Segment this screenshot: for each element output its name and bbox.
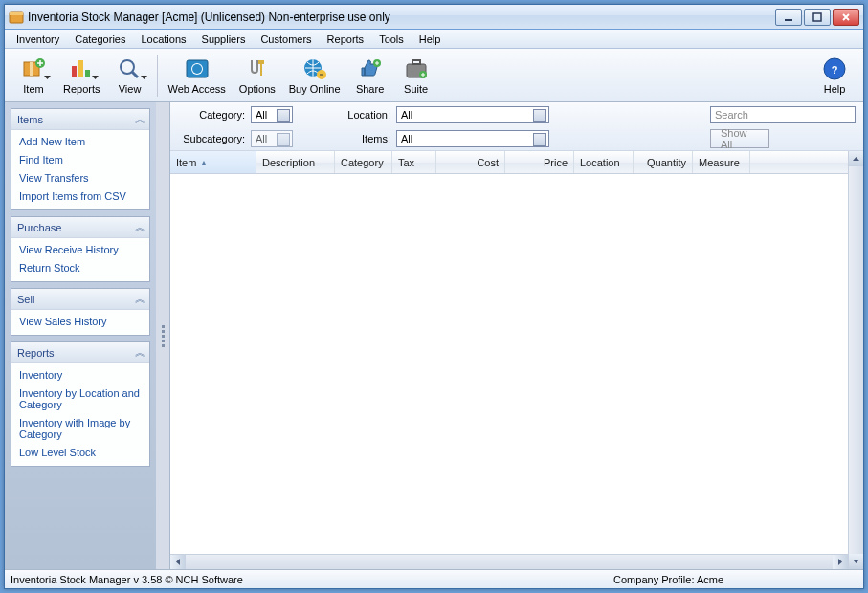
- workspace: Items ︽ Add New Item Find Item View Tran…: [5, 102, 863, 569]
- sidebar-link-report-inventory[interactable]: Inventory: [19, 369, 142, 381]
- app-icon: [9, 10, 24, 25]
- statusbar: Inventoria Stock Manager v 3.58 © NCH So…: [5, 569, 863, 588]
- toolbar-web-access-button[interactable]: Web Access: [162, 52, 233, 99]
- menu-categories[interactable]: Categories: [67, 32, 133, 47]
- toolbar-buy-online-button[interactable]: Buy Online: [282, 52, 347, 99]
- sidebar-panel-purchase: Purchase ︽ View Receive History Return S…: [11, 216, 150, 282]
- sidebar-link-find-item[interactable]: Find Item: [19, 154, 142, 165]
- sidebar-header-purchase[interactable]: Purchase ︽: [11, 217, 149, 238]
- vertical-scrollbar[interactable]: [848, 151, 863, 569]
- column-item[interactable]: Item▲: [170, 151, 256, 173]
- column-location[interactable]: Location: [574, 151, 634, 173]
- data-grid: Item▲ Description Category Tax Cost Pric…: [170, 151, 863, 569]
- scroll-down-button[interactable]: [849, 554, 863, 569]
- tools-icon: [244, 56, 271, 81]
- sidebar: Items ︽ Add New Item Find Item View Tran…: [5, 102, 156, 569]
- svg-text:?: ?: [832, 64, 838, 76]
- items-combo[interactable]: All: [396, 130, 549, 147]
- sidebar-link-sales-history[interactable]: View Sales History: [19, 316, 142, 327]
- close-button[interactable]: [833, 9, 859, 26]
- sidebar-header-sell[interactable]: Sell ︽: [11, 289, 149, 310]
- sidebar-link-receive-history[interactable]: View Receive History: [19, 244, 142, 255]
- sidebar-header-items[interactable]: Items ︽: [11, 109, 149, 130]
- sidebar-link-report-with-image[interactable]: Inventory with Image by Category: [19, 417, 142, 440]
- web-icon: [184, 56, 211, 81]
- svg-rect-8: [78, 60, 83, 77]
- help-icon: ?: [821, 56, 848, 81]
- menu-suppliers[interactable]: Suppliers: [194, 32, 254, 47]
- menu-inventory[interactable]: Inventory: [9, 32, 67, 47]
- menu-reports[interactable]: Reports: [320, 32, 372, 47]
- show-all-button[interactable]: Show All: [710, 129, 769, 148]
- location-combo[interactable]: All: [396, 106, 549, 123]
- category-combo[interactable]: All: [251, 106, 293, 123]
- menu-locations[interactable]: Locations: [133, 32, 193, 47]
- search-input[interactable]: Search: [710, 106, 856, 123]
- column-tax[interactable]: Tax: [392, 151, 436, 173]
- column-price[interactable]: Price: [505, 151, 574, 173]
- menu-customers[interactable]: Customers: [253, 32, 319, 47]
- status-profile: Company Profile: Acme: [613, 574, 723, 585]
- minimize-button[interactable]: [775, 9, 802, 26]
- column-spacer: [750, 151, 863, 173]
- scroll-left-button[interactable]: [170, 555, 186, 569]
- magnifier-icon: [117, 56, 144, 81]
- column-cost[interactable]: Cost: [436, 151, 505, 173]
- column-measure[interactable]: Measure: [693, 151, 750, 173]
- sidebar-header-reports[interactable]: Reports ︽: [11, 342, 149, 363]
- window-controls: [775, 9, 859, 26]
- sidebar-link-return-stock[interactable]: Return Stock: [19, 262, 142, 274]
- column-category[interactable]: Category: [335, 151, 392, 173]
- toolbar-help-button[interactable]: ? Help: [812, 52, 857, 99]
- menu-tools[interactable]: Tools: [371, 32, 412, 47]
- main-area: Category: All Location: All Search Subca…: [169, 102, 863, 569]
- svg-rect-20: [412, 60, 420, 64]
- svg-rect-5: [30, 62, 33, 76]
- chevron-up-icon: ︽: [135, 220, 144, 234]
- sidebar-link-report-low-stock[interactable]: Low Level Stock: [19, 447, 142, 458]
- toolbar-view-button[interactable]: View: [107, 52, 153, 99]
- toolbar-share-button[interactable]: Share: [347, 52, 393, 99]
- toolbar-suite-button[interactable]: Suite: [393, 52, 439, 99]
- scroll-right-button[interactable]: [833, 555, 848, 569]
- sort-asc-icon: ▲: [200, 159, 207, 165]
- toolbar-item-button[interactable]: Item: [11, 52, 56, 99]
- grid-body[interactable]: [170, 174, 863, 569]
- sidebar-panel-items: Items ︽ Add New Item Find Item View Tran…: [11, 108, 150, 210]
- maximize-button[interactable]: [804, 9, 831, 26]
- column-quantity[interactable]: Quantity: [634, 151, 693, 173]
- svg-rect-15: [260, 64, 262, 76]
- sidebar-link-import-csv[interactable]: Import Items from CSV: [19, 190, 142, 202]
- box-add-icon: [20, 56, 47, 81]
- sidebar-panel-sell: Sell ︽ View Sales History: [11, 288, 150, 336]
- horizontal-scrollbar[interactable]: [170, 554, 848, 569]
- column-description[interactable]: Description: [256, 151, 335, 173]
- svg-rect-7: [72, 66, 77, 77]
- sidebar-link-view-transfers[interactable]: View Transfers: [19, 172, 142, 184]
- sidebar-splitter[interactable]: [156, 102, 169, 569]
- menu-help[interactable]: Help: [412, 32, 449, 47]
- items-label: Items:: [333, 133, 390, 144]
- scroll-up-button[interactable]: [849, 151, 863, 166]
- chevron-up-icon: ︽: [135, 345, 144, 360]
- toolbar-separator: [157, 55, 158, 97]
- svg-rect-14: [258, 60, 264, 64]
- chevron-up-icon: ︽: [135, 292, 144, 306]
- category-label: Category:: [178, 109, 245, 121]
- location-label: Location:: [333, 109, 390, 121]
- svg-point-10: [121, 60, 134, 74]
- thumbs-up-icon: [357, 56, 384, 81]
- toolbar: Item Reports View Web Access Options: [5, 49, 863, 102]
- suitcase-icon: [403, 56, 430, 81]
- window-title: Inventoria Stock Manager [Acme] (Unlicen…: [28, 11, 775, 24]
- sidebar-link-add-new-item[interactable]: Add New Item: [19, 136, 142, 147]
- svg-point-13: [192, 64, 202, 74]
- bar-chart-icon: [68, 56, 95, 81]
- toolbar-reports-button[interactable]: Reports: [56, 52, 107, 99]
- toolbar-options-button[interactable]: Options: [233, 52, 282, 99]
- app-window: Inventoria Stock Manager [Acme] (Unlicen…: [4, 4, 864, 589]
- grid-header: Item▲ Description Category Tax Cost Pric…: [170, 151, 863, 174]
- titlebar: Inventoria Stock Manager [Acme] (Unlicen…: [5, 5, 863, 30]
- subcategory-combo[interactable]: All: [251, 130, 293, 147]
- sidebar-link-report-by-location[interactable]: Inventory by Location and Category: [19, 387, 142, 410]
